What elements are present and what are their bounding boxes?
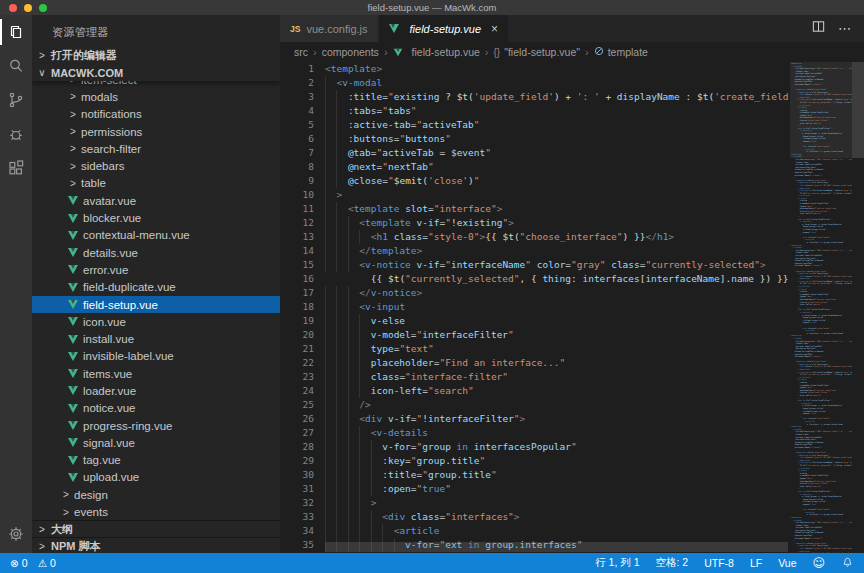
code-line[interactable]: 25 /> bbox=[280, 398, 790, 412]
explorer-icon[interactable] bbox=[0, 15, 32, 49]
close-tab-icon[interactable]: × bbox=[491, 22, 498, 36]
tree-item[interactable]: blocker.vue bbox=[32, 209, 280, 226]
code-line[interactable]: 4 :tabs="tabs" bbox=[280, 104, 790, 118]
code-line[interactable]: 27 <v-details bbox=[280, 426, 790, 440]
more-actions-icon[interactable]: ⋯ bbox=[838, 21, 852, 36]
code-line[interactable]: 21 type="text" bbox=[280, 342, 790, 356]
breadcrumb-item-components[interactable]: components bbox=[322, 46, 379, 58]
code-line[interactable]: 17 </v-notice> bbox=[280, 286, 790, 300]
code-line[interactable]: 15 <v-notice v-if="interfaceName" color=… bbox=[280, 258, 790, 272]
tree-item[interactable]: loader.vue bbox=[32, 382, 280, 399]
manage-gear-icon[interactable] bbox=[0, 517, 32, 551]
breadcrumb-item-file[interactable]: field-setup.vue bbox=[393, 46, 480, 58]
tree-item[interactable]: field-setup.vue bbox=[32, 296, 280, 313]
problems-warnings[interactable]: ⚠ 0 bbox=[38, 557, 56, 569]
close-window-button[interactable] bbox=[9, 4, 17, 12]
code-line[interactable]: 32 > bbox=[280, 496, 790, 510]
code-line[interactable]: 33 <div class="interfaces"> bbox=[280, 510, 790, 524]
code-line[interactable]: 29 :key="group.title" bbox=[280, 454, 790, 468]
tree-item[interactable]: >permissions bbox=[32, 123, 280, 140]
zoom-window-button[interactable] bbox=[39, 4, 47, 12]
code-line[interactable]: 9 @close="$emit('close')" bbox=[280, 174, 790, 188]
code-line[interactable]: 23 class="interface-filter" bbox=[280, 370, 790, 384]
code-line[interactable]: 12 <template v-if="!existing"> bbox=[280, 216, 790, 230]
tree-item[interactable]: avatar.vue bbox=[32, 192, 280, 209]
chevron-right-icon: > bbox=[68, 143, 78, 154]
code-line[interactable]: 24 icon-left="search" bbox=[280, 384, 790, 398]
language-mode[interactable]: Vue bbox=[778, 557, 796, 569]
tab-field-setup-vue[interactable]: field-setup.vue × bbox=[379, 15, 510, 42]
problems-errors[interactable]: ⊗ 0 bbox=[10, 557, 28, 569]
tree-item[interactable]: details.vue bbox=[32, 244, 280, 261]
tree-item[interactable]: install.vue bbox=[32, 330, 280, 347]
code-line[interactable]: 2 <v-modal bbox=[280, 76, 790, 90]
tree-item[interactable]: >sidebars bbox=[32, 157, 280, 174]
tree-item[interactable]: >search-filter bbox=[32, 140, 280, 157]
tree-item[interactable]: tag.vue bbox=[32, 452, 280, 469]
indentation[interactable]: 空格: 2 bbox=[655, 556, 688, 570]
tree-item-label: table bbox=[81, 177, 106, 189]
code-line[interactable]: 16 {{ $t("currently_selected", { thing: … bbox=[280, 272, 790, 286]
minimap-slider[interactable] bbox=[790, 62, 852, 158]
code-line[interactable]: 13 <h1 class="style-0">{{ $t("choose_int… bbox=[280, 230, 790, 244]
code-line[interactable]: 14 </template> bbox=[280, 244, 790, 258]
search-icon[interactable] bbox=[0, 49, 32, 83]
eol-sequence[interactable]: LF bbox=[750, 557, 762, 569]
code-line[interactable]: 26 <div v-if="!interfaceFilter"> bbox=[280, 412, 790, 426]
tree-item[interactable]: >notifications bbox=[32, 106, 280, 123]
tree-item[interactable]: >table bbox=[32, 175, 280, 192]
breadcrumb-item-root-symbol[interactable]: {} "field-setup.vue" bbox=[494, 46, 580, 58]
code-line[interactable]: 18 <v-input bbox=[280, 300, 790, 314]
tree-item[interactable]: contextual-menu.vue bbox=[32, 227, 280, 244]
open-editors-section[interactable]: > 打开的编辑器 bbox=[32, 46, 280, 64]
code-line[interactable]: 6 :buttons="buttons" bbox=[280, 132, 790, 146]
horizontal-scrollbar[interactable] bbox=[325, 542, 788, 552]
code-line[interactable]: 10 > bbox=[280, 188, 790, 202]
tree-item[interactable]: icon.vue bbox=[32, 313, 280, 330]
tree-item[interactable]: >design bbox=[32, 486, 280, 503]
tree-item[interactable]: >modals bbox=[32, 88, 280, 105]
tree-item[interactable]: upload.vue bbox=[32, 469, 280, 486]
source-control-icon[interactable] bbox=[0, 83, 32, 117]
tree-item-label: invisible-label.vue bbox=[83, 350, 174, 362]
tree-item[interactable]: notice.vue bbox=[32, 400, 280, 417]
feedback-smiley-icon[interactable]: ☺ bbox=[812, 556, 825, 570]
encoding[interactable]: UTF-8 bbox=[704, 557, 734, 569]
tree-item[interactable]: >events bbox=[32, 503, 280, 520]
tree-item[interactable]: >item-select bbox=[32, 81, 280, 88]
code-line[interactable]: 31 :open="true" bbox=[280, 482, 790, 496]
vertical-scrollbar[interactable] bbox=[852, 62, 864, 553]
minimize-window-button[interactable] bbox=[24, 4, 32, 12]
extensions-icon[interactable] bbox=[0, 151, 32, 185]
tree-item[interactable]: invisible-label.vue bbox=[32, 348, 280, 365]
code-line[interactable]: 34 <article bbox=[280, 524, 790, 538]
code-line[interactable]: 20 v-model="interfaceFilter" bbox=[280, 328, 790, 342]
outline-section[interactable]: > 大纲 bbox=[32, 520, 280, 537]
tab-vue-config-js[interactable]: JS vue.config.js bbox=[280, 15, 379, 42]
code-line[interactable]: 1<template> bbox=[280, 62, 790, 76]
project-section-header[interactable]: ∨ MACWK.COM bbox=[32, 64, 280, 81]
code-line[interactable]: 30 :title="group.title" bbox=[280, 468, 790, 482]
tree-item[interactable]: items.vue bbox=[32, 365, 280, 382]
split-editor-icon[interactable] bbox=[811, 19, 826, 38]
breadcrumb-item-template[interactable]: template bbox=[594, 46, 648, 58]
npm-scripts-section[interactable]: > NPM 脚本 bbox=[32, 537, 280, 553]
code-line[interactable]: 19 v-else bbox=[280, 314, 790, 328]
code-line[interactable]: 5 :active-tab="activeTab" bbox=[280, 118, 790, 132]
notifications-bell-icon[interactable] bbox=[841, 556, 854, 571]
code-line[interactable]: 3 :title="existing ? $t('update_field') … bbox=[280, 90, 790, 104]
tree-item[interactable]: error.vue bbox=[32, 261, 280, 278]
code-editor[interactable]: 1<template>2 <v-modal3 :title="existing … bbox=[280, 62, 790, 553]
tree-item[interactable]: signal.vue bbox=[32, 434, 280, 451]
line-number: 31 bbox=[280, 482, 314, 496]
tree-item[interactable]: progress-ring.vue bbox=[32, 417, 280, 434]
code-line[interactable]: 28 v-for="group in interfacesPopular" bbox=[280, 440, 790, 454]
code-line[interactable]: 8 @next="nextTab" bbox=[280, 160, 790, 174]
code-line[interactable]: 7 @tab="activeTab = $event" bbox=[280, 146, 790, 160]
debug-icon[interactable] bbox=[0, 117, 32, 151]
tree-item[interactable]: field-duplicate.vue bbox=[32, 279, 280, 296]
breadcrumb-item-src[interactable]: src bbox=[294, 46, 308, 58]
cursor-position[interactable]: 行 1, 列 1 bbox=[595, 556, 639, 570]
code-line[interactable]: 11 <template slot="interface"> bbox=[280, 202, 790, 216]
code-line[interactable]: 22 placeholder="Find an interface..." bbox=[280, 356, 790, 370]
